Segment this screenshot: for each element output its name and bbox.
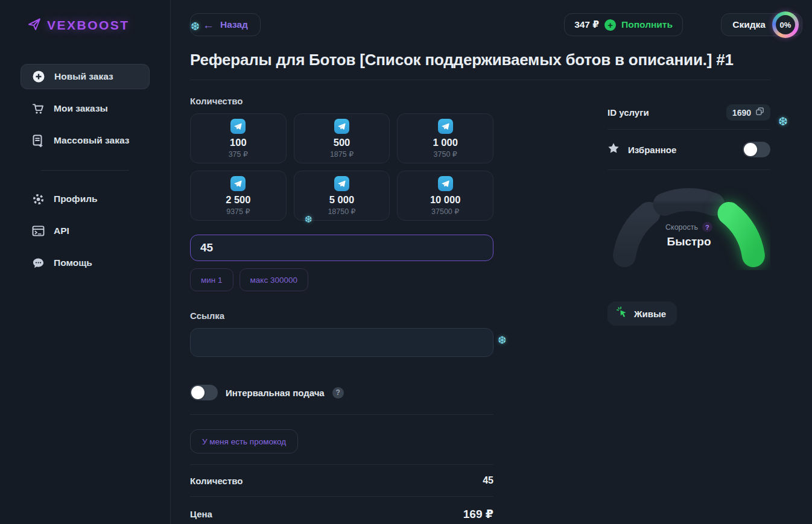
favorite-toggle[interactable] <box>743 142 770 157</box>
preset-price: 18750 ₽ <box>328 207 355 216</box>
summary-price-value: 169 ₽ <box>463 507 493 521</box>
service-id-row: ID услуги 1690 <box>607 96 770 129</box>
balance-amount: 347 ₽ <box>574 19 599 30</box>
divider <box>190 414 493 415</box>
preset-qty: 100 <box>230 137 247 148</box>
sidebar-nav: Новый заказ Мои заказы Массовый заказ Пр… <box>0 34 170 276</box>
sidebar-divider <box>41 170 129 171</box>
preset-card-2500[interactable]: 2 500 9375 ₽ <box>190 171 287 221</box>
plus-icon: + <box>604 19 616 31</box>
favorite-label: Избранное <box>628 145 676 155</box>
max-limit-tag[interactable]: макс 300000 <box>239 268 308 291</box>
speed-gauge: Скорость ? Быстро <box>607 178 770 270</box>
copy-icon <box>755 107 764 118</box>
service-id-value: 1690 <box>732 108 751 118</box>
preset-price: 1875 ₽ <box>330 150 354 159</box>
snowflake-icon: ❆ <box>778 115 788 128</box>
preset-price: 3750 ₽ <box>434 150 457 159</box>
preset-grid: 100 375 ₽ 500 1875 ₽ 1 000 3750 ₽ 2 500 … <box>190 113 493 221</box>
divider <box>607 169 770 170</box>
live-badge[interactable]: Живые <box>607 301 677 326</box>
telegram-icon <box>438 176 453 191</box>
telegram-icon <box>334 176 349 191</box>
service-id-copy[interactable]: 1690 <box>726 104 770 121</box>
sidebar-item-label: Мои заказы <box>54 103 108 114</box>
summary-quantity-value: 45 <box>483 475 493 486</box>
sidebar-item-label: Помощь <box>54 257 92 268</box>
sidebar-item-label: Новый заказ <box>54 71 113 82</box>
sidebar-item-label: Профиль <box>54 194 98 204</box>
divider <box>190 80 770 80</box>
link-input[interactable] <box>190 328 493 357</box>
promo-code-button[interactable]: У меня есть промокод <box>190 429 298 453</box>
discount-value: 0% <box>776 15 795 34</box>
favorite-row: Избранное <box>607 130 770 169</box>
speed-label: Скорость <box>665 223 698 232</box>
preset-qty: 5 000 <box>329 194 354 206</box>
order-form: Количество 100 375 ₽ 500 1875 ₽ 1 000 37… <box>190 96 493 524</box>
back-label: Назад <box>220 19 248 30</box>
sidebar-item-api[interactable]: API <box>21 218 150 244</box>
preset-card-5000[interactable]: 5 000 18750 ₽ <box>294 171 390 221</box>
cart-icon <box>31 102 45 115</box>
sidebar-item-profile[interactable]: Профиль <box>21 186 150 212</box>
sidebar: VEXBOOST Новый заказ Мои заказы Массовый… <box>0 0 171 524</box>
preset-card-500[interactable]: 500 1875 ₽ <box>294 113 390 163</box>
header: ← Назад 347 ₽ + Пополнить Скидка 0% <box>0 13 812 37</box>
sidebar-item-help[interactable]: Помощь <box>21 250 150 276</box>
bulk-doc-icon <box>31 134 45 147</box>
back-button[interactable]: ← Назад <box>190 13 261 36</box>
live-label: Живые <box>634 309 666 319</box>
plus-circle-icon <box>32 70 45 83</box>
discount-label: Скидка <box>732 19 766 30</box>
telegram-icon <box>230 176 246 191</box>
sidebar-item-new-order[interactable]: Новый заказ <box>21 64 150 89</box>
quantity-label: Количество <box>190 96 493 106</box>
quantity-input[interactable] <box>190 235 493 261</box>
sidebar-item-my-orders[interactable]: Мои заказы <box>21 96 150 121</box>
sidebar-item-label: API <box>54 226 69 236</box>
chat-icon <box>31 256 45 270</box>
page-title: Рефералы для Ботов [Список поддерживаемы… <box>190 51 769 69</box>
speed-help-icon[interactable]: ? <box>702 222 712 232</box>
preset-price: 9375 ₽ <box>226 207 250 216</box>
back-arrow-icon: ← <box>203 19 214 31</box>
telegram-icon <box>334 119 349 134</box>
preset-qty: 500 <box>334 137 350 148</box>
gauge-center: Скорость ? Быстро <box>607 222 770 248</box>
min-limit-tag[interactable]: мин 1 <box>190 268 233 291</box>
preset-card-10000[interactable]: 10 000 37500 ₽ <box>397 171 493 221</box>
preset-qty: 1 000 <box>433 137 458 148</box>
terminal-icon <box>31 224 45 238</box>
summary-quantity-label: Количество <box>190 476 243 486</box>
main-content: Рефералы для Ботов [Список поддерживаемы… <box>190 51 770 524</box>
link-label: Ссылка <box>190 311 493 321</box>
summary-price-label: Цена <box>190 509 212 519</box>
discount-ring-icon: 0% <box>772 11 799 38</box>
service-id-label: ID услуги <box>607 107 649 118</box>
preset-qty: 2 500 <box>226 194 250 206</box>
toggle-knob <box>744 143 757 156</box>
sidebar-item-label: Массовый заказ <box>54 135 129 146</box>
preset-card-1000[interactable]: 1 000 3750 ₽ <box>397 113 493 163</box>
telegram-icon <box>438 119 453 134</box>
discount-badge[interactable]: Скидка 0% <box>721 13 802 36</box>
preset-price: 37500 ₽ <box>431 207 459 216</box>
cursor-click-icon <box>616 306 628 321</box>
speed-value: Быстро <box>607 235 770 248</box>
preset-card-100[interactable]: 100 375 ₽ <box>190 113 287 163</box>
interval-help-icon[interactable]: ? <box>332 387 344 399</box>
toggle-knob <box>191 386 205 399</box>
gear-icon <box>31 192 45 206</box>
preset-price: 375 ₽ <box>229 150 248 159</box>
preset-qty: 10 000 <box>430 194 460 206</box>
sidebar-item-bulk-order[interactable]: Массовый заказ <box>21 128 150 153</box>
balance-topup-button[interactable]: 347 ₽ + Пополнить <box>564 13 683 36</box>
interval-toggle[interactable] <box>190 385 218 400</box>
summary-price-row: Цена 169 ₽ <box>190 496 493 524</box>
service-panel: ID услуги 1690 Избранное <box>607 96 770 524</box>
topup-label: Пополнить <box>621 19 673 30</box>
star-icon <box>607 142 620 157</box>
telegram-icon <box>230 119 246 134</box>
interval-label: Интервальная подача <box>226 388 325 398</box>
